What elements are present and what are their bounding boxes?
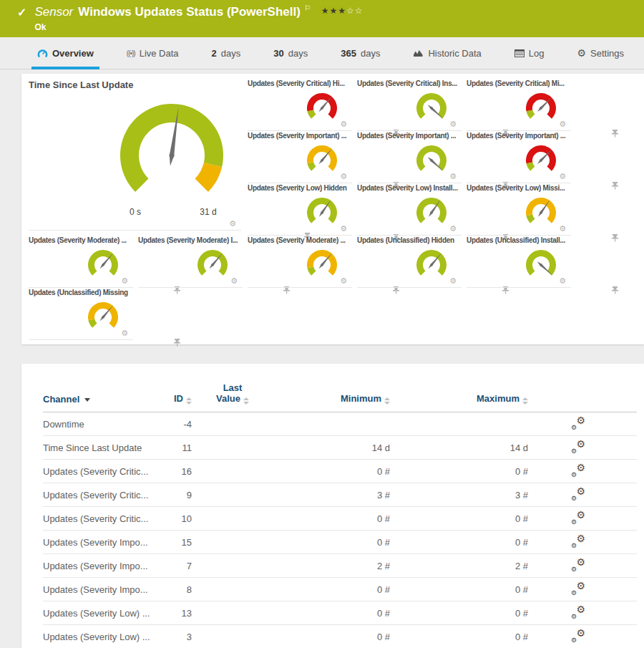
gear-icon[interactable]: ⚙ [559,120,566,128]
table-row: Updates (Severity Critic...100 #0 #⚙⚙ [43,507,637,531]
mini-gauge-tile[interactable]: Updates (Unclassified) Hidden⚙ [357,236,462,288]
gear-icon[interactable]: ⚙ [449,277,457,285]
maximum-cell: 3 # [390,483,528,507]
mini-gauge-title: Updates (Severity Important) ... [248,132,352,140]
table-row: Updates (Severity Critic...93 #3 #⚙⚙ [43,483,637,507]
tab-overview[interactable]: Overview [31,37,99,69]
star-filled-icon[interactable]: ★ [321,6,330,16]
gear-icon[interactable]: ⚙ [121,329,128,337]
channel-settings-icon[interactable]: ⚙⚙ [571,629,585,642]
column-header-last-value[interactable]: Last Value [192,364,273,412]
mini-gauge-tile[interactable]: Updates (Severity Moderate) ...⚙ [248,236,352,288]
gear-icon[interactable]: ⚙ [340,173,347,180]
channel-settings-icon[interactable]: ⚙⚙ [571,464,585,477]
column-header-minimum[interactable]: Minimum [273,364,390,412]
table-row: Updates (Severity Impo...80 #0 #⚙⚙ [43,578,637,601]
tab-days[interactable]: 2days [206,37,247,69]
gear-icon[interactable]: ⚙ [559,225,566,233]
gauge-icon [37,49,48,58]
mini-gauge-title: Updates (Severity Moderate) I... [138,236,243,244]
tab-days[interactable]: 365days [335,37,386,69]
channel-settings-icon[interactable]: ⚙⚙ [571,511,585,524]
area-chart-icon [413,49,424,57]
mini-gauge [301,89,343,125]
channel-settings-icon[interactable]: ⚙⚙ [571,535,585,548]
mini-gauge-title: Updates (Severity Low) Hidden [248,184,352,192]
mini-gauge-tile[interactable]: Updates (Severity Critical) Hi...⚙ [248,79,352,131]
column-header-settings [528,364,637,412]
channel-settings-icon[interactable]: ⚙⚙ [571,488,585,500]
star-empty-icon[interactable]: ☆ [355,6,364,16]
priority-stars[interactable]: ★★★☆☆ [321,6,364,16]
channel-name-cell[interactable]: Updates (Severity Critic... [43,507,165,531]
tab-historic-data[interactable]: Historic Data [407,37,487,69]
gear-icon[interactable]: ⚙ [230,277,238,285]
tab-settings[interactable]: ⚙Settings [572,37,630,69]
channel-name-cell[interactable]: Downtime [43,412,165,436]
mini-gauge-tile[interactable]: Updates (Severity Low) Missi...⚙ [467,184,571,236]
mini-gauge [410,246,453,281]
mini-gauge-tile[interactable]: Updates (Severity Important) ...⚙ [357,132,462,183]
minimum-cell: 2 # [273,554,390,578]
channel-settings-icon[interactable]: ⚙⚙ [571,558,585,571]
column-header-channel[interactable]: Channel [43,364,165,412]
mini-gauge [410,89,453,125]
tab-log[interactable]: Log [509,37,550,69]
mini-gauge-tile[interactable]: Updates (Unclassified) Missing⚙ [29,289,133,340]
tab-days[interactable]: 30days [268,37,313,69]
gear-icon[interactable]: ⚙ [449,173,457,180]
mini-gauge-tile[interactable]: Updates (Severity Moderate) I...⚙ [138,236,243,288]
tab-label: Historic Data [428,48,481,59]
mini-gauge-tile[interactable]: Updates (Severity Critical) Mi...⚙ [467,79,571,131]
channel-id-cell: 3 [165,625,192,648]
star-filled-icon[interactable]: ★ [338,6,346,16]
gear-icon[interactable]: ⚙ [559,277,566,285]
channel-name-cell[interactable]: Updates (Severity Critic... [43,483,165,507]
channel-settings-icon[interactable]: ⚙⚙ [571,417,585,430]
status-check-icon: ✓ [17,6,26,19]
channel-name-cell[interactable]: Updates (Severity Low) ... [43,625,165,648]
star-empty-icon[interactable]: ☆ [346,6,355,16]
column-header-maximum[interactable]: Maximum [390,364,528,412]
column-header-id[interactable]: ID [165,364,192,412]
minimum-cell: 0 # [273,507,390,531]
gear-icon[interactable]: ⚙ [340,120,347,128]
gear-icon[interactable]: ⚙ [340,225,347,233]
channel-settings-icon[interactable]: ⚙⚙ [571,606,585,619]
channel-name-cell[interactable]: Time Since Last Update [43,436,165,460]
mini-gauge [519,246,562,281]
gear-icon[interactable]: ⚙ [559,173,566,180]
channel-settings-icon[interactable]: ⚙⚙ [571,440,585,453]
maximum-cell: 0 # [390,507,528,531]
star-filled-icon[interactable]: ★ [330,6,338,16]
mini-gauge-tile[interactable]: Updates (Severity Low) Install...⚙ [357,184,462,236]
pin-icon [174,339,180,347]
gear-icon[interactable]: ⚙ [449,120,457,128]
channel-id-cell: 8 [165,578,192,601]
gear-icon[interactable]: ⚙ [340,277,347,285]
channel-id-cell: 10 [165,507,192,531]
mini-gauge-tile[interactable]: Updates (Severity Low) Hidden⚙ [248,184,352,236]
mini-gauge-tile[interactable]: Updates (Severity Important) ...⚙ [248,132,352,183]
gear-icon[interactable]: ⚙ [229,220,236,228]
mini-gauge-tile[interactable]: Updates (Severity Moderate) ...⚙ [29,236,133,288]
channel-name-cell[interactable]: Updates (Severity Critic... [43,460,165,483]
flag-icon[interactable]: ⚐ [304,4,311,13]
channel-name-cell[interactable]: Updates (Severity Impo... [43,578,165,601]
channel-name-cell[interactable]: Updates (Severity Impo... [43,554,165,578]
channel-settings-icon[interactable]: ⚙⚙ [571,582,585,595]
mini-gauge-tile[interactable]: Updates (Unclassified) Install...⚙ [467,236,571,288]
mini-gauge-tile[interactable]: Updates (Severity Critical) Ins...⚙ [357,79,462,131]
gear-icon[interactable]: ⚙ [449,225,457,233]
channel-name-cell[interactable]: Updates (Severity Impo... [43,531,165,554]
gear-icon[interactable]: ⚙ [121,277,128,285]
mini-gauge-tile[interactable]: Updates (Severity Important) ...⚙ [467,132,571,183]
id-header-label: ID [174,393,183,404]
mini-gauge [519,193,562,229]
tab-number: 30 [273,48,283,59]
mini-gauge-title: Updates (Severity Moderate) ... [248,236,352,244]
gauge-tile-time-since-last-update[interactable]: Time Since Last Update 0 s 31 d ⚙ [29,79,241,231]
tab-live-data[interactable]: ((•))Live Data [121,37,185,69]
mini-gauge-title: Updates (Severity Critical) Mi... [467,79,571,87]
channel-name-cell[interactable]: Updates (Severity Low) ... [43,601,165,625]
